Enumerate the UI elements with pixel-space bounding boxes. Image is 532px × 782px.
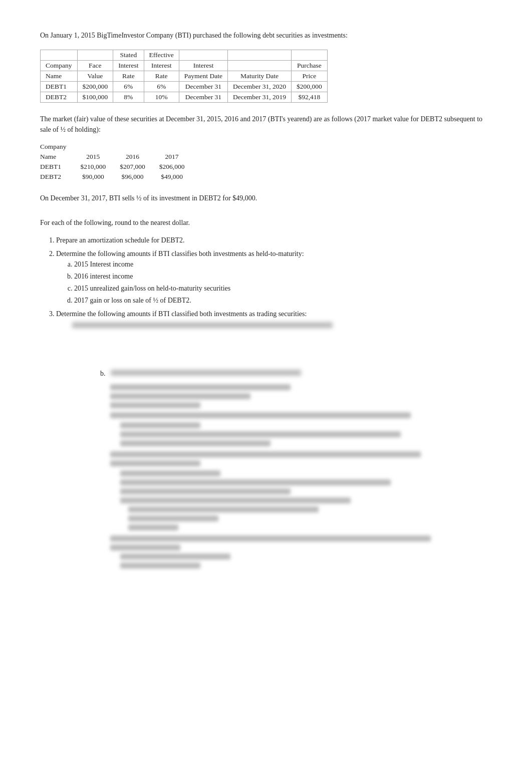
section-b-blurred-title xyxy=(111,370,301,377)
blurred-p5 xyxy=(110,451,492,466)
market-debt1-2015: $210,000 xyxy=(74,162,113,172)
list-item-3: Determine the following amounts if BTI c… xyxy=(56,309,492,328)
section-b-label: b. xyxy=(100,368,492,379)
col-price-label: Price xyxy=(292,71,328,82)
debt2-maturity: December 31, 2019 xyxy=(227,92,291,103)
sub-item-2d: 2017 gain or loss on sale of ½ of DEBT2. xyxy=(74,295,492,306)
sale-text: On December 31, 2017, BTI sells ½ of its… xyxy=(40,193,492,203)
sub-item-2b: 2016 interest income xyxy=(74,271,492,282)
col-payment-date-label: Payment Date xyxy=(179,71,227,82)
market-table: Company Name 2015 2016 2017 DEBT1 $210,0… xyxy=(40,142,191,182)
table-header-row-3: Name Value Rate Rate Payment Date Maturi… xyxy=(41,71,328,82)
market-col-name-label: Name xyxy=(40,152,74,162)
blurred-p6 xyxy=(120,470,492,476)
market-debt1-2017: $206,000 xyxy=(152,162,192,172)
market-debt2-2015: $90,000 xyxy=(74,172,113,182)
blurred-p12 xyxy=(120,563,492,569)
market-debt1-company: DEBT1 xyxy=(40,162,74,172)
sub-item-2d-text: 2017 gain or loss on sale of ½ of DEBT2. xyxy=(74,297,191,304)
blurred-p4 xyxy=(120,431,492,446)
debt2-payment: December 31 xyxy=(179,92,227,103)
col-maturity-label xyxy=(227,61,291,71)
debt2-company: DEBT2 xyxy=(41,92,78,103)
round-text: For each of the following, round to the … xyxy=(40,217,492,228)
blurred-p1 xyxy=(110,384,492,408)
main-instructions-list: Prepare an amortization schedule for DEB… xyxy=(56,235,492,328)
market-col-company-header: Company xyxy=(40,142,74,152)
col-company-label: Company xyxy=(41,61,78,71)
debt-table-wrapper: Stated Effective Company Face Interest I… xyxy=(40,50,492,103)
list-item-1-text: Prepare an amortization schedule for DEB… xyxy=(56,236,185,244)
blurred-p10 xyxy=(110,536,492,551)
blurred-p8 xyxy=(120,497,492,503)
col-name-label: Name xyxy=(41,71,78,82)
debt1-payment: December 31 xyxy=(179,82,227,92)
debt1-price: $200,000 xyxy=(292,82,328,92)
col-stated-header: Stated xyxy=(113,50,144,61)
table-row: DEBT2 $100,000 8% 10% December 31 Decemb… xyxy=(41,92,328,103)
col-interest-header xyxy=(179,50,227,61)
debt1-effective: 6% xyxy=(144,82,179,92)
market-debt2-row: DEBT2 $90,000 $96,000 $49,000 xyxy=(40,172,191,182)
sub-item-2c: 2015 unrealized gain/loss on held-to-mat… xyxy=(74,283,492,294)
list-item-2: Determine the following amounts if BTI c… xyxy=(56,248,492,306)
debt1-company: DEBT1 xyxy=(41,82,78,92)
col-face-header xyxy=(77,50,113,61)
debt2-effective: 10% xyxy=(144,92,179,103)
intro-paragraph: On January 1, 2015 BigTimeInvestor Compa… xyxy=(40,30,492,41)
list-item-1: Prepare an amortization schedule for DEB… xyxy=(56,235,492,245)
market-table-wrapper: Company Name 2015 2016 2017 DEBT1 $210,0… xyxy=(40,142,492,182)
col-purchase-header xyxy=(292,50,328,61)
col-value-label: Value xyxy=(77,71,113,82)
blurred-item-3-content xyxy=(72,322,492,328)
blurred-p9 xyxy=(128,506,492,531)
market-intro-text: The market (fair) value of these securit… xyxy=(40,114,492,135)
list-item-2-text: Determine the following amounts if BTI c… xyxy=(56,250,304,257)
debt2-stated: 8% xyxy=(113,92,144,103)
table-header-row-1: Stated Effective xyxy=(41,50,328,61)
col-effective-header: Effective xyxy=(144,50,179,61)
col-interest-label: Interest xyxy=(179,61,227,71)
market-header-row-1: Company xyxy=(40,142,191,152)
blurred-p11 xyxy=(120,554,492,560)
debt2-price: $92,418 xyxy=(292,92,328,103)
sub-item-2b-text: 2016 interest income xyxy=(74,273,133,280)
market-col-2017-label: 2017 xyxy=(152,152,192,162)
col-maturity-header xyxy=(227,50,291,61)
col-purchase-label: Purchase xyxy=(292,61,328,71)
market-debt1-row: DEBT1 $210,000 $207,000 $206,000 xyxy=(40,162,191,172)
market-col-2017-header xyxy=(152,142,192,152)
market-debt2-2016: $96,000 xyxy=(113,172,152,182)
col-rate-label: Rate xyxy=(113,71,144,82)
col-face-label: Face xyxy=(77,61,113,71)
col-rate2-label: Rate xyxy=(144,71,179,82)
col-stated-label: Interest xyxy=(113,61,144,71)
market-debt2-2017: $49,000 xyxy=(152,172,192,182)
section-b-label-text: b. xyxy=(100,370,106,377)
market-debt1-2016: $207,000 xyxy=(113,162,152,172)
col-effective-label: Interest xyxy=(144,61,179,71)
market-header-row-2: Name 2015 2016 2017 xyxy=(40,152,191,162)
debt1-maturity: December 31, 2020 xyxy=(227,82,291,92)
debt-table: Stated Effective Company Face Interest I… xyxy=(40,50,328,103)
sub-item-2a: 2015 Interest income xyxy=(74,259,492,270)
table-header-row-2: Company Face Interest Interest Interest … xyxy=(41,61,328,71)
blurred-body-content xyxy=(110,384,492,569)
market-col-2015-label: 2015 xyxy=(74,152,113,162)
table-row: DEBT1 $200,000 6% 6% December 31 Decembe… xyxy=(41,82,328,92)
sub-item-2c-text: 2015 unrealized gain/loss on held-to-mat… xyxy=(74,285,230,292)
debt1-stated: 6% xyxy=(113,82,144,92)
col-company-name-header xyxy=(41,50,78,61)
blurred-lower-section: b. xyxy=(40,368,492,569)
market-debt2-company: DEBT2 xyxy=(40,172,74,182)
debt2-face: $100,000 xyxy=(77,92,113,103)
blurred-p3 xyxy=(120,422,492,428)
blurred-p2 xyxy=(110,412,492,418)
market-col-2015-header xyxy=(74,142,113,152)
market-col-2016-header xyxy=(113,142,152,152)
sub-list-2: 2015 Interest income 2016 interest incom… xyxy=(74,259,492,306)
blurred-p7 xyxy=(120,479,492,494)
sub-item-2a-text: 2015 Interest income xyxy=(74,260,133,268)
debt1-face: $200,000 xyxy=(77,82,113,92)
list-item-3-text: Determine the following amounts if BTI c… xyxy=(56,310,307,318)
